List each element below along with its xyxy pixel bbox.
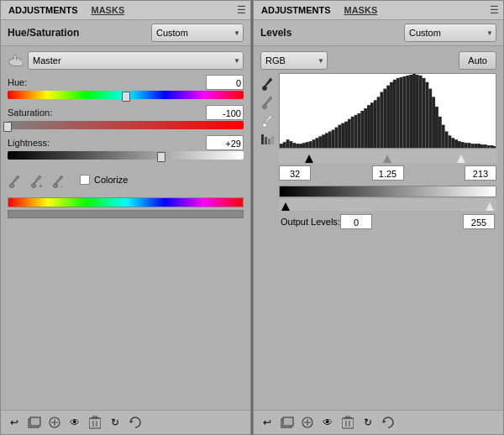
saturation-label: Saturation:: [8, 107, 62, 118]
lightness-slider-thumb[interactable]: [157, 152, 165, 162]
rgb-select-wrapper[interactable]: RGB: [260, 51, 328, 70]
channel-dropdown[interactable]: Master: [28, 51, 244, 70]
panel-menu-icon-right[interactable]: ☰: [490, 4, 499, 16]
right-panel-header: ADJUSTMENTS MASKS ☰: [254, 1, 503, 20]
hue-slider-track[interactable]: [8, 91, 244, 99]
input-white-thumb[interactable]: [457, 155, 465, 163]
svg-rect-6: [30, 417, 40, 426]
svg-rect-31: [312, 139, 316, 148]
svg-rect-76: [458, 141, 461, 148]
cycle-icon-right[interactable]: [380, 414, 396, 431]
output-black-thumb[interactable]: [281, 202, 290, 211]
svg-rect-69: [435, 107, 438, 148]
colorize-checkbox[interactable]: [80, 175, 90, 185]
colorize-section: Colorize: [80, 175, 128, 185]
svg-rect-43: [351, 117, 354, 148]
cycle-icon[interactable]: [127, 414, 144, 431]
levels-eyedropper-gray-icon[interactable]: [260, 95, 276, 110]
left-panel-header: ADJUSTMENTS MASKS ☰: [1, 1, 250, 20]
svg-rect-48: [367, 105, 370, 148]
svg-rect-52: [381, 92, 384, 148]
levels-eyedropper-white-icon[interactable]: [260, 113, 276, 128]
preset-select-wrapper-right[interactable]: Custom: [404, 24, 496, 42]
eyedropper-subtract-icon[interactable]: -: [51, 174, 66, 189]
tab-adjustments-right[interactable]: ADJUSTMENTS: [258, 3, 334, 17]
output-white-value[interactable]: 255: [463, 214, 495, 229]
left-panel-content: Master Hue: 0 Saturation: -100: [1, 46, 250, 410]
tab-masks-right[interactable]: MASKS: [341, 3, 381, 17]
right-title-row: Levels Custom: [254, 20, 503, 46]
clip-icon-right[interactable]: [299, 414, 316, 431]
eyedropper-colorize-row: + - Colorize: [8, 170, 244, 189]
svg-rect-23: [286, 139, 290, 148]
svg-rect-89: [283, 417, 293, 426]
saturation-slider-track[interactable]: [8, 121, 244, 129]
tab-adjustments-left[interactable]: ADJUSTMENTS: [5, 3, 81, 17]
gray-result-bar: [8, 210, 244, 218]
levels-eyedropper-black-icon[interactable]: [260, 76, 276, 92]
input-black-thumb[interactable]: [305, 155, 313, 163]
eyedropper-add-icon[interactable]: +: [29, 174, 45, 189]
preset-select-wrapper-left[interactable]: Custom: [151, 24, 244, 42]
output-levels-label: Output Levels:: [281, 217, 340, 227]
new-layer-icon[interactable]: [26, 414, 43, 431]
hue-value[interactable]: 0: [206, 75, 244, 90]
lightness-slider-track[interactable]: [8, 151, 244, 160]
svg-rect-61: [409, 75, 412, 148]
svg-rect-27: [299, 144, 302, 148]
eyedropper-icon[interactable]: [8, 174, 23, 189]
auto-button[interactable]: Auto: [459, 51, 496, 70]
svg-rect-68: [432, 97, 435, 148]
input-black-value[interactable]: 32: [279, 165, 311, 181]
input-white-value[interactable]: 213: [465, 165, 496, 181]
svg-rect-8: [89, 418, 101, 428]
output-black-value[interactable]: 0: [340, 214, 372, 229]
svg-rect-53: [383, 89, 386, 148]
preset-dropdown-right[interactable]: Custom: [404, 24, 496, 42]
svg-rect-82: [477, 144, 480, 148]
svg-rect-57: [396, 78, 400, 148]
svg-rect-75: [454, 139, 458, 148]
svg-rect-84: [484, 144, 487, 148]
back-icon-right[interactable]: ↩: [259, 414, 276, 431]
preset-dropdown-left[interactable]: Custom: [151, 24, 244, 42]
saturation-row: Saturation: -100: [8, 105, 244, 120]
svg-rect-70: [438, 117, 442, 148]
svg-rect-65: [423, 78, 426, 148]
output-white-thumb[interactable]: [486, 202, 494, 211]
input-values-row: 32 1.25 213: [279, 165, 496, 181]
svg-rect-19: [271, 136, 274, 144]
visibility-icon-right[interactable]: 👁: [319, 414, 336, 431]
svg-rect-72: [445, 131, 449, 148]
saturation-value[interactable]: -100: [206, 105, 244, 120]
target-adjust-icon[interactable]: [8, 53, 23, 68]
channel-dropdown-levels[interactable]: RGB: [260, 51, 328, 70]
delete-icon[interactable]: [87, 414, 103, 431]
left-title-row: Hue/Saturation Custom: [1, 20, 250, 46]
clip-icon[interactable]: [46, 414, 63, 431]
reset-icon[interactable]: ↻: [107, 414, 123, 431]
lightness-label: Lightness:: [8, 138, 62, 148]
input-sliders-row: [279, 149, 496, 163]
auto-levels-icon[interactable]: [260, 132, 276, 147]
right-bottom-toolbar: ↩ 👁 ↻: [254, 410, 503, 434]
svg-rect-41: [344, 122, 348, 148]
new-layer-icon-right[interactable]: [279, 414, 296, 431]
delete-icon-right[interactable]: [339, 414, 356, 431]
visibility-icon[interactable]: 👁: [66, 414, 83, 431]
left-panel: ADJUSTMENTS MASKS ☰ Hue/Saturation Custo…: [0, 0, 251, 435]
svg-rect-38: [335, 128, 339, 148]
tab-masks-left[interactable]: MASKS: [88, 3, 129, 17]
svg-rect-33: [318, 136, 322, 148]
saturation-slider-thumb[interactable]: [3, 122, 12, 132]
lightness-value[interactable]: +29: [206, 135, 244, 150]
lightness-section: Lightness: +29: [8, 135, 244, 160]
panel-menu-icon-left[interactable]: ☰: [237, 4, 246, 16]
reset-icon-right[interactable]: ↻: [360, 414, 376, 431]
input-mid-thumb[interactable]: [383, 155, 391, 163]
back-icon[interactable]: ↩: [6, 414, 23, 431]
input-mid-value[interactable]: 1.25: [372, 165, 404, 181]
master-select-wrapper[interactable]: Master: [28, 51, 244, 70]
hue-slider-thumb[interactable]: [122, 92, 130, 102]
histogram-input-main: 32 1.25 213 Output Levels: 0 255: [279, 73, 496, 229]
